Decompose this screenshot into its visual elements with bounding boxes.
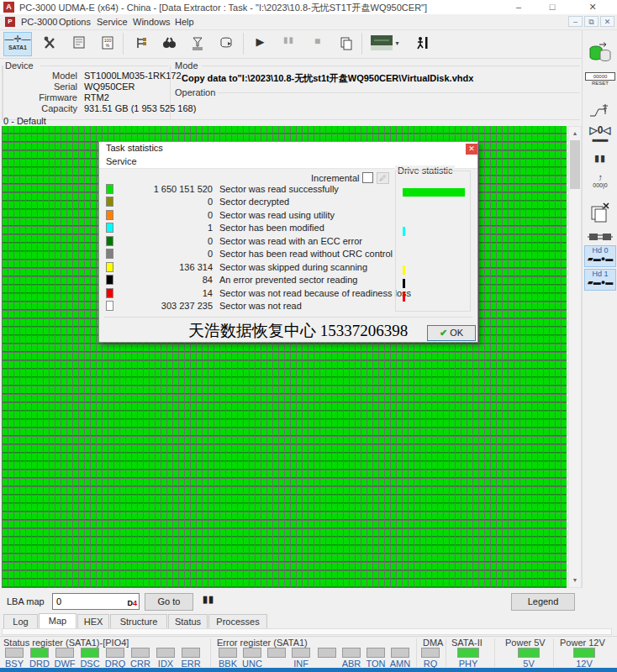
mode-value: Copy data to"I:\2023\10.8-无忧st1t开盘WQ950C… [182, 72, 473, 85]
resources-button[interactable]: 100% [94, 32, 120, 56]
menu-windows[interactable]: Windows [131, 16, 172, 29]
tab-structure[interactable]: Structure [110, 614, 167, 628]
led-unc [243, 648, 261, 658]
led-inf [292, 648, 310, 658]
stat-swatch [106, 262, 113, 272]
head-test-icon [588, 101, 612, 121]
sata1-port-button[interactable]: —✛— SATA1 [3, 32, 32, 56]
pause-icon: ▮▮ [283, 35, 294, 45]
tab-status[interactable]: Status [168, 614, 208, 628]
utility-tools-button[interactable] [37, 32, 63, 56]
menu-bar: P PC-3000 Options Service Windows Help –… [0, 14, 617, 30]
scroll-down-icon[interactable]: ▼ [569, 574, 581, 586]
statistics-list: 1 650 151 520Sector was read successfull… [99, 182, 390, 312]
device-capacity-value: 931.51 GB (1 953 525 168) [84, 103, 196, 113]
device-model-value: ST1000LM035-1RK172 [84, 71, 182, 81]
screenshot-button[interactable]: ▾ [367, 32, 403, 56]
tab-log[interactable]: Log [3, 614, 38, 628]
mdi-restore-button[interactable]: ⧉ [584, 16, 599, 27]
maximize-button[interactable]: □ [540, 0, 565, 14]
pause-map-button[interactable]: ▮▮ [198, 594, 219, 611]
stat-row: 1Sector has been modified [99, 222, 390, 235]
funnel-icon [190, 35, 205, 50]
led-drd [30, 648, 49, 658]
filter-button[interactable] [184, 32, 210, 56]
head-test-button[interactable] [585, 101, 615, 121]
legend-button[interactable]: Legend [511, 593, 575, 611]
hd0-power-button[interactable]: Hd 0 ▰▬●▬ [584, 245, 616, 267]
database-copy-button[interactable] [585, 42, 615, 66]
hd1-power-button[interactable]: Hd 1 ▰▬●▬ [584, 269, 616, 291]
stat-row: 84An error prevented sector reading [99, 274, 390, 287]
script-log-button[interactable] [66, 32, 92, 56]
window-title: PC-3000 UDMA-E (x64) - China - [Data Ext… [19, 2, 427, 14]
stop-button[interactable]: ■ [304, 32, 330, 56]
menu-service[interactable]: Service [95, 16, 129, 29]
exit-button[interactable] [409, 32, 435, 56]
tab-hex[interactable]: HEX [77, 614, 109, 628]
scroll-icon [71, 35, 87, 50]
stat-swatch [106, 223, 113, 233]
start-button[interactable]: ▶ [247, 32, 273, 56]
horizontal-scroll-strip[interactable] [2, 628, 612, 635]
stat-swatch [106, 184, 113, 194]
connection-button[interactable] [585, 230, 615, 244]
map-zone-label: 0 - Default [3, 116, 46, 126]
hd0-drive-icon: ▰▬●▬ [585, 255, 615, 264]
device-model-label: Model [27, 71, 77, 81]
stat-row: 0Sector decrypted [99, 196, 390, 209]
close-button[interactable]: ✕ [580, 0, 605, 14]
zero-counter-icon: ▷0◁ [589, 124, 610, 136]
zero-counter-button[interactable]: ▷0◁ ▃▃▃▃ [585, 124, 615, 141]
menu-help[interactable]: Help [173, 16, 196, 29]
structure-button[interactable] [127, 32, 153, 56]
map-scrollbar[interactable]: ▲ ▼ [568, 126, 582, 588]
pause-button[interactable]: ▮▮ [276, 32, 302, 56]
panel-pause-button[interactable]: ▮▮ [585, 153, 615, 164]
copy-task-button[interactable] [333, 32, 359, 56]
hd1-drive-icon: ▰▬●▬ [585, 278, 615, 287]
mdi-minimize-button[interactable]: – [568, 16, 583, 27]
stat-row: 0Sector was read with an ECC error [99, 234, 390, 248]
dec-hex-toggle-icon[interactable]: D4 [127, 596, 137, 611]
drive-bar-readiness [403, 292, 405, 302]
status-bar: Status register (SATA1)-[PIO4] BSY DRD D… [0, 636, 617, 668]
goto-button[interactable]: Go to [145, 593, 193, 611]
menu-options[interactable]: Options [57, 16, 92, 29]
branch-icon [133, 35, 148, 50]
stat-row: 0Sector was read using utility [99, 208, 390, 222]
dialog-close-icon[interactable]: ✕ [466, 144, 477, 155]
stat-row: 1 650 151 520Sector was read successfull… [99, 182, 390, 196]
scrollbar-thumb[interactable] [570, 140, 580, 189]
tab-map[interactable]: Map [39, 613, 76, 628]
cancel-copies-button[interactable] [585, 202, 615, 223]
dialog-menu-service[interactable]: Service [106, 156, 137, 166]
device-firmware-value: RTM2 [84, 92, 109, 102]
stat-row: 303 237 235Sector was not read [99, 300, 390, 313]
ok-button[interactable]: ✔ OK [427, 325, 476, 341]
export-button[interactable] [213, 32, 239, 56]
drive-bar-error [403, 279, 405, 288]
led-rq [421, 648, 440, 658]
led-12v [573, 648, 595, 658]
led-bbk [219, 648, 237, 658]
device-section-title: Device [5, 60, 34, 71]
stat-swatch [106, 288, 113, 298]
menu-pc3000[interactable]: PC-3000 [19, 16, 59, 29]
reset-button[interactable]: 00000 RESET [585, 72, 615, 86]
search-button[interactable] [156, 32, 182, 56]
stat-row: 0Sector has been read without CRC contro… [99, 248, 390, 261]
lba-input[interactable]: 0 D4 [52, 593, 140, 610]
power12-title: Power 12V [560, 638, 605, 648]
tab-processes[interactable]: Processes [208, 614, 267, 628]
sector-counter-button[interactable]: ⤴ 000|0 [585, 175, 615, 188]
minimize-button[interactable]: – [506, 0, 531, 14]
dialog-title-bar[interactable]: Task statistics ✕ [99, 142, 477, 155]
app-logo-icon: A [3, 2, 14, 13]
sata-connector-icon: —✛— [4, 34, 31, 45]
mdi-close-button[interactable]: ✕ [600, 16, 614, 27]
led-bsy [5, 648, 24, 658]
led-drq [106, 648, 124, 658]
scroll-up-icon[interactable]: ▲ [569, 127, 581, 139]
led-abr [342, 648, 361, 658]
